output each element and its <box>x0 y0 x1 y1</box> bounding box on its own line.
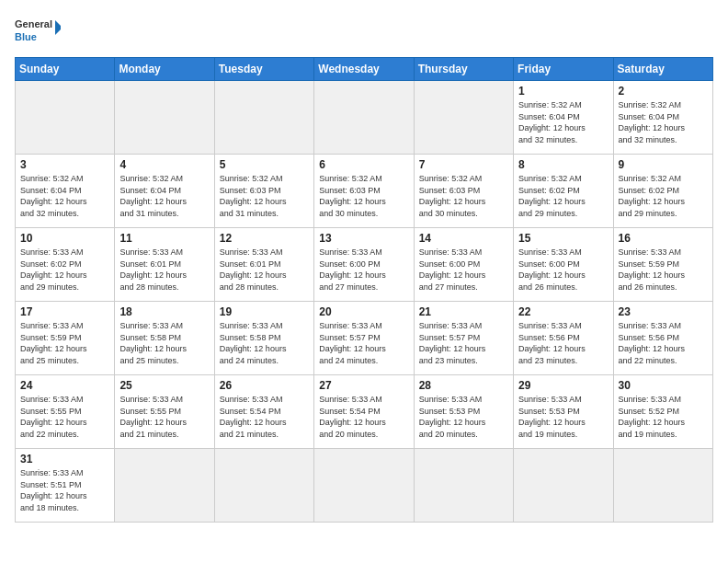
day-info: Sunrise: 5:32 AM Sunset: 6:03 PM Dayligh… <box>220 173 309 219</box>
day-number: 8 <box>518 158 608 171</box>
day-number: 10 <box>20 232 109 245</box>
day-info: Sunrise: 5:32 AM Sunset: 6:04 PM Dayligh… <box>619 99 708 145</box>
day-number: 4 <box>119 158 209 171</box>
day-number: 26 <box>220 379 309 392</box>
calendar-cell: 29Sunrise: 5:33 AM Sunset: 5:53 PM Dayli… <box>514 375 613 449</box>
day-number: 18 <box>119 305 209 318</box>
calendar-cell: 20Sunrise: 5:33 AM Sunset: 5:57 PM Dayli… <box>314 302 414 375</box>
day-info: Sunrise: 5:33 AM Sunset: 5:51 PM Dayligh… <box>20 467 109 513</box>
calendar-cell: 1Sunrise: 5:32 AM Sunset: 6:04 PM Daylig… <box>514 81 613 155</box>
calendar-cell: 4Sunrise: 5:32 AM Sunset: 6:04 PM Daylig… <box>115 155 214 228</box>
day-number: 20 <box>319 305 408 318</box>
calendar-header: SundayMondayTuesdayWednesdayThursdayFrid… <box>16 58 713 81</box>
day-number: 25 <box>119 379 209 392</box>
day-number: 22 <box>518 305 608 318</box>
calendar-cell: 27Sunrise: 5:33 AM Sunset: 5:54 PM Dayli… <box>314 375 414 449</box>
calendar-cell: 30Sunrise: 5:33 AM Sunset: 5:52 PM Dayli… <box>613 375 712 449</box>
header-friday: Friday <box>514 58 613 81</box>
day-number: 27 <box>319 379 408 392</box>
day-number: 21 <box>419 305 508 318</box>
calendar-cell: 9Sunrise: 5:32 AM Sunset: 6:02 PM Daylig… <box>613 155 712 228</box>
day-number: 17 <box>20 305 109 318</box>
calendar-week-5: 24Sunrise: 5:33 AM Sunset: 5:55 PM Dayli… <box>16 375 713 449</box>
header-tuesday: Tuesday <box>214 58 313 81</box>
calendar-cell: 16Sunrise: 5:33 AM Sunset: 5:59 PM Dayli… <box>613 228 712 302</box>
svg-text:Blue: Blue <box>15 31 37 42</box>
calendar-cell: 6Sunrise: 5:32 AM Sunset: 6:03 PM Daylig… <box>314 155 414 228</box>
day-number: 13 <box>319 232 408 245</box>
day-info: Sunrise: 5:33 AM Sunset: 6:00 PM Dayligh… <box>419 247 508 293</box>
day-info: Sunrise: 5:33 AM Sunset: 6:01 PM Dayligh… <box>119 247 209 293</box>
calendar-cell: 19Sunrise: 5:33 AM Sunset: 5:58 PM Dayli… <box>214 302 313 375</box>
day-number: 6 <box>319 158 408 171</box>
calendar-cell: 23Sunrise: 5:33 AM Sunset: 5:56 PM Dayli… <box>613 302 712 375</box>
calendar-cell <box>314 449 414 523</box>
calendar-cell: 3Sunrise: 5:32 AM Sunset: 6:04 PM Daylig… <box>16 155 115 228</box>
calendar-cell <box>613 449 712 523</box>
calendar-cell <box>214 449 313 523</box>
calendar-cell: 14Sunrise: 5:33 AM Sunset: 6:00 PM Dayli… <box>414 228 513 302</box>
calendar-cell <box>16 81 115 155</box>
day-number: 7 <box>419 158 508 171</box>
day-info: Sunrise: 5:33 AM Sunset: 5:55 PM Dayligh… <box>20 394 109 440</box>
calendar-cell: 13Sunrise: 5:33 AM Sunset: 6:00 PM Dayli… <box>314 228 414 302</box>
calendar-cell <box>314 81 414 155</box>
day-info: Sunrise: 5:33 AM Sunset: 5:57 PM Dayligh… <box>419 320 508 366</box>
day-info: Sunrise: 5:32 AM Sunset: 6:04 PM Dayligh… <box>20 173 109 219</box>
day-number: 3 <box>20 158 109 171</box>
calendar-week-6: 31Sunrise: 5:33 AM Sunset: 5:51 PM Dayli… <box>16 449 713 523</box>
header-wednesday: Wednesday <box>314 58 414 81</box>
day-number: 12 <box>220 232 309 245</box>
calendar-cell <box>115 449 214 523</box>
day-info: Sunrise: 5:32 AM Sunset: 6:03 PM Dayligh… <box>419 173 508 219</box>
day-info: Sunrise: 5:33 AM Sunset: 5:56 PM Dayligh… <box>619 320 708 366</box>
calendar-cell: 2Sunrise: 5:32 AM Sunset: 6:04 PM Daylig… <box>613 81 712 155</box>
day-info: Sunrise: 5:33 AM Sunset: 5:55 PM Dayligh… <box>119 394 209 440</box>
header-saturday: Saturday <box>613 58 712 81</box>
calendar-cell: 25Sunrise: 5:33 AM Sunset: 5:55 PM Dayli… <box>115 375 214 449</box>
day-info: Sunrise: 5:33 AM Sunset: 5:58 PM Dayligh… <box>220 320 309 366</box>
day-number: 30 <box>619 379 708 392</box>
day-number: 28 <box>419 379 508 392</box>
day-number: 15 <box>518 232 608 245</box>
calendar-cell: 15Sunrise: 5:33 AM Sunset: 6:00 PM Dayli… <box>514 228 613 302</box>
calendar-cell <box>514 449 613 523</box>
day-info: Sunrise: 5:33 AM Sunset: 5:57 PM Dayligh… <box>319 320 408 366</box>
day-number: 23 <box>619 305 708 318</box>
day-info: Sunrise: 5:33 AM Sunset: 5:52 PM Dayligh… <box>619 394 708 440</box>
day-number: 14 <box>419 232 508 245</box>
calendar-cell <box>214 81 313 155</box>
day-number: 1 <box>518 85 608 98</box>
day-info: Sunrise: 5:33 AM Sunset: 6:02 PM Dayligh… <box>20 247 109 293</box>
day-number: 11 <box>119 232 209 245</box>
calendar-cell: 21Sunrise: 5:33 AM Sunset: 5:57 PM Dayli… <box>414 302 513 375</box>
day-info: Sunrise: 5:33 AM Sunset: 5:54 PM Dayligh… <box>220 394 309 440</box>
header-monday: Monday <box>115 58 214 81</box>
day-number: 9 <box>619 158 708 171</box>
calendar-week-3: 10Sunrise: 5:33 AM Sunset: 6:02 PM Dayli… <box>16 228 713 302</box>
calendar-body: 1Sunrise: 5:32 AM Sunset: 6:04 PM Daylig… <box>16 81 713 523</box>
day-number: 16 <box>619 232 708 245</box>
logo: General Blue <box>15 15 61 50</box>
calendar-cell: 22Sunrise: 5:33 AM Sunset: 5:56 PM Dayli… <box>514 302 613 375</box>
calendar-cell: 7Sunrise: 5:32 AM Sunset: 6:03 PM Daylig… <box>414 155 513 228</box>
day-info: Sunrise: 5:33 AM Sunset: 6:00 PM Dayligh… <box>319 247 408 293</box>
calendar-cell: 5Sunrise: 5:32 AM Sunset: 6:03 PM Daylig… <box>214 155 313 228</box>
day-info: Sunrise: 5:33 AM Sunset: 5:54 PM Dayligh… <box>319 394 408 440</box>
day-info: Sunrise: 5:32 AM Sunset: 6:02 PM Dayligh… <box>619 173 708 219</box>
calendar-cell <box>414 81 513 155</box>
header-thursday: Thursday <box>414 58 513 81</box>
day-info: Sunrise: 5:33 AM Sunset: 5:58 PM Dayligh… <box>119 320 209 366</box>
day-info: Sunrise: 5:33 AM Sunset: 5:53 PM Dayligh… <box>518 394 608 440</box>
calendar-cell: 28Sunrise: 5:33 AM Sunset: 5:53 PM Dayli… <box>414 375 513 449</box>
calendar-cell: 18Sunrise: 5:33 AM Sunset: 5:58 PM Dayli… <box>115 302 214 375</box>
calendar-cell: 17Sunrise: 5:33 AM Sunset: 5:59 PM Dayli… <box>16 302 115 375</box>
day-info: Sunrise: 5:33 AM Sunset: 6:00 PM Dayligh… <box>518 247 608 293</box>
calendar-table: SundayMondayTuesdayWednesdayThursdayFrid… <box>15 57 713 523</box>
svg-text:General: General <box>15 18 52 29</box>
day-info: Sunrise: 5:33 AM Sunset: 5:59 PM Dayligh… <box>619 247 708 293</box>
svg-marker-2 <box>55 20 61 35</box>
page-header: General Blue <box>15 15 713 50</box>
calendar-cell: 12Sunrise: 5:33 AM Sunset: 6:01 PM Dayli… <box>214 228 313 302</box>
day-info: Sunrise: 5:32 AM Sunset: 6:04 PM Dayligh… <box>119 173 209 219</box>
